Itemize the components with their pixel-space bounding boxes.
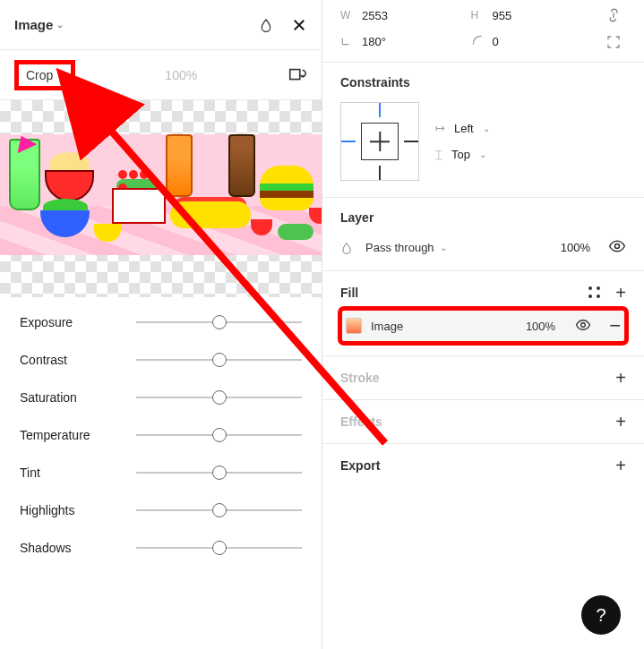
rotate-icon[interactable] xyxy=(288,65,307,85)
droplet-icon[interactable] xyxy=(259,16,273,34)
exposure-label: Exposure xyxy=(20,315,136,329)
contrast-label: Contrast xyxy=(20,353,136,367)
shadows-slider[interactable] xyxy=(136,547,302,549)
layer-opacity[interactable]: 100% xyxy=(561,241,596,254)
saturation-label: Saturation xyxy=(20,390,136,405)
horizontal-icon: ↦ xyxy=(435,122,445,135)
svg-rect-0 xyxy=(290,69,300,79)
height-label: H xyxy=(471,9,485,21)
add-export-button[interactable]: + xyxy=(615,457,626,474)
panel-title-text: Image xyxy=(14,17,53,32)
visibility-toggle-icon[interactable] xyxy=(575,317,591,336)
blend-mode-select[interactable]: Pass through ⌄ xyxy=(365,241,447,254)
stroke-section: Stroke + xyxy=(322,355,644,399)
constraints-title: Constraints xyxy=(340,75,626,90)
export-title: Export xyxy=(340,458,380,473)
crop-zoom[interactable]: 100% xyxy=(165,68,197,82)
contrast-slider[interactable] xyxy=(136,359,302,361)
visibility-toggle-icon[interactable] xyxy=(608,237,626,258)
add-fill-button[interactable]: + xyxy=(615,284,626,302)
chevron-down-icon: ⌄ xyxy=(483,124,490,133)
fill-title: Fill xyxy=(340,286,358,300)
remove-fill-button[interactable]: − xyxy=(609,316,621,336)
help-label: ? xyxy=(596,605,605,626)
effects-title: Effects xyxy=(340,414,382,429)
layer-title: Layer xyxy=(340,210,626,225)
fill-swatch[interactable] xyxy=(346,318,362,334)
svg-point-1 xyxy=(615,244,620,249)
saturation-slider[interactable] xyxy=(136,397,302,398)
image-preview[interactable] xyxy=(0,100,322,297)
angle-icon xyxy=(340,34,355,49)
chevron-down-icon: ⌄ xyxy=(440,243,447,252)
panel-title-dropdown[interactable]: Image ⌄ xyxy=(14,17,64,32)
effects-section: Effects + xyxy=(322,399,644,443)
tint-slider[interactable] xyxy=(136,472,302,474)
droplet-icon[interactable] xyxy=(340,241,353,255)
crop-label: Crop xyxy=(26,68,53,82)
chevron-down-icon: ⌄ xyxy=(479,149,486,159)
vertical-icon: ⌶ xyxy=(435,148,442,161)
width-label: W xyxy=(340,9,355,21)
panel-header: Image ⌄ xyxy=(0,0,322,50)
export-section: Export + xyxy=(322,443,644,501)
temperature-label: Temperature xyxy=(20,428,136,442)
independent-corners-icon[interactable] xyxy=(601,35,626,49)
svg-point-2 xyxy=(581,322,586,327)
constraint-h-value: Left xyxy=(454,122,474,135)
highlights-slider[interactable] xyxy=(136,509,302,511)
close-icon[interactable] xyxy=(291,17,307,33)
angle-value[interactable]: 180° xyxy=(362,35,386,48)
help-button[interactable]: ? xyxy=(581,595,621,635)
constraint-v-value: Top xyxy=(451,148,470,161)
constraint-vertical-select[interactable]: ⌶ Top ⌄ xyxy=(435,148,490,161)
link-dimensions-icon[interactable] xyxy=(601,7,626,23)
stroke-title: Stroke xyxy=(340,371,380,385)
style-options-icon[interactable] xyxy=(588,286,601,299)
constraints-section: Constraints ↦ Left ⌄ ⌶ xyxy=(322,62,644,197)
tint-label: Tint xyxy=(20,465,136,480)
image-edit-panel: Image ⌄ Crop ⌄ 100% xyxy=(0,0,322,649)
chevron-down-icon: ⌄ xyxy=(56,20,64,30)
chevron-down-icon: ⌄ xyxy=(56,70,64,80)
width-value[interactable]: 2553 xyxy=(362,9,388,22)
crop-row: Crop ⌄ 100% xyxy=(0,50,322,100)
add-effect-button[interactable]: + xyxy=(615,413,626,431)
constraint-horizontal-select[interactable]: ↦ Left ⌄ xyxy=(435,122,490,135)
inspector-panel: W 2553 H 955 180° 0 xyxy=(322,0,644,649)
radius-icon xyxy=(471,34,485,49)
fill-label: Image xyxy=(371,320,403,333)
blend-mode-value: Pass through xyxy=(365,241,434,254)
fill-item-image[interactable]: Image 100% − xyxy=(340,309,626,343)
crop-dropdown[interactable]: Crop ⌄ xyxy=(14,60,75,90)
add-stroke-button[interactable]: + xyxy=(615,369,626,387)
layer-section: Layer Pass through ⌄ 100% xyxy=(322,197,644,270)
fill-opacity[interactable]: 100% xyxy=(526,320,555,333)
highlights-label: Highlights xyxy=(20,503,136,517)
fill-section: Fill + Image 100% − xyxy=(322,270,644,355)
radius-value[interactable]: 0 xyxy=(493,35,499,48)
temperature-slider[interactable] xyxy=(136,434,302,436)
height-value[interactable]: 955 xyxy=(493,9,512,22)
constraint-widget[interactable] xyxy=(340,102,419,181)
shadows-label: Shadows xyxy=(20,541,136,555)
exposure-slider[interactable] xyxy=(136,321,302,323)
adjustment-sliders: Exposure Contrast Saturation Temperature… xyxy=(0,297,322,585)
